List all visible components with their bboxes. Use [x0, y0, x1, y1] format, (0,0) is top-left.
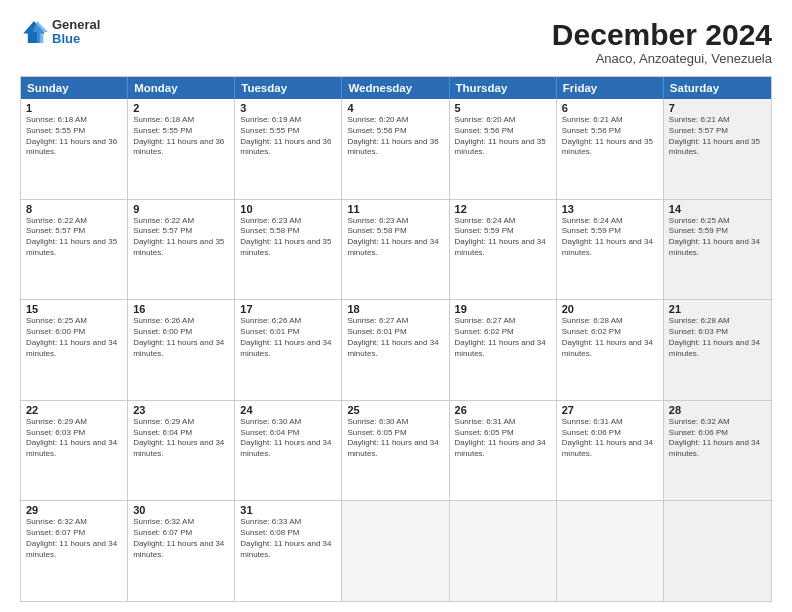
day-27: 27 Sunrise: 6:31 AM Sunset: 6:06 PM Dayl…	[557, 401, 664, 501]
page-title: December 2024	[552, 18, 772, 51]
week-row-1: 1 Sunrise: 6:18 AM Sunset: 5:55 PM Dayli…	[21, 99, 771, 200]
day-9: 9 Sunrise: 6:22 AM Sunset: 5:57 PM Dayli…	[128, 200, 235, 300]
logo-icon	[20, 18, 48, 46]
calendar: Sunday Monday Tuesday Wednesday Thursday…	[20, 76, 772, 602]
day-23: 23 Sunrise: 6:29 AM Sunset: 6:04 PM Dayl…	[128, 401, 235, 501]
empty-4	[664, 501, 771, 601]
day-28: 28 Sunrise: 6:32 AM Sunset: 6:06 PM Dayl…	[664, 401, 771, 501]
page-subtitle: Anaco, Anzoategui, Venezuela	[552, 51, 772, 66]
day-25: 25 Sunrise: 6:30 AM Sunset: 6:05 PM Dayl…	[342, 401, 449, 501]
week-row-5: 29 Sunrise: 6:32 AM Sunset: 6:07 PM Dayl…	[21, 501, 771, 601]
day-11: 11 Sunrise: 6:23 AM Sunset: 5:58 PM Dayl…	[342, 200, 449, 300]
day-17: 17 Sunrise: 6:26 AM Sunset: 6:01 PM Dayl…	[235, 300, 342, 400]
header: General Blue December 2024 Anaco, Anzoat…	[20, 18, 772, 66]
empty-3	[557, 501, 664, 601]
logo: General Blue	[20, 18, 100, 47]
logo-text: General Blue	[52, 18, 100, 47]
header-saturday: Saturday	[664, 77, 771, 99]
calendar-header: Sunday Monday Tuesday Wednesday Thursday…	[21, 77, 771, 99]
header-wednesday: Wednesday	[342, 77, 449, 99]
day-14: 14 Sunrise: 6:25 AM Sunset: 5:59 PM Dayl…	[664, 200, 771, 300]
day-5: 5 Sunrise: 6:20 AM Sunset: 5:56 PM Dayli…	[450, 99, 557, 199]
header-monday: Monday	[128, 77, 235, 99]
cell-text-1: Sunrise: 6:18 AM Sunset: 5:55 PM Dayligh…	[26, 115, 122, 158]
empty-1	[342, 501, 449, 601]
day-22: 22 Sunrise: 6:29 AM Sunset: 6:03 PM Dayl…	[21, 401, 128, 501]
day-15: 15 Sunrise: 6:25 AM Sunset: 6:00 PM Dayl…	[21, 300, 128, 400]
day-30: 30 Sunrise: 6:32 AM Sunset: 6:07 PM Dayl…	[128, 501, 235, 601]
logo-general: General	[52, 18, 100, 32]
header-sunday: Sunday	[21, 77, 128, 99]
day-20: 20 Sunrise: 6:28 AM Sunset: 6:02 PM Dayl…	[557, 300, 664, 400]
day-21: 21 Sunrise: 6:28 AM Sunset: 6:03 PM Dayl…	[664, 300, 771, 400]
week-row-2: 8 Sunrise: 6:22 AM Sunset: 5:57 PM Dayli…	[21, 200, 771, 301]
header-thursday: Thursday	[450, 77, 557, 99]
header-tuesday: Tuesday	[235, 77, 342, 99]
week-row-3: 15 Sunrise: 6:25 AM Sunset: 6:00 PM Dayl…	[21, 300, 771, 401]
day-26: 26 Sunrise: 6:31 AM Sunset: 6:05 PM Dayl…	[450, 401, 557, 501]
day-16: 16 Sunrise: 6:26 AM Sunset: 6:00 PM Dayl…	[128, 300, 235, 400]
header-friday: Friday	[557, 77, 664, 99]
day-29: 29 Sunrise: 6:32 AM Sunset: 6:07 PM Dayl…	[21, 501, 128, 601]
day-19: 19 Sunrise: 6:27 AM Sunset: 6:02 PM Dayl…	[450, 300, 557, 400]
title-block: December 2024 Anaco, Anzoategui, Venezue…	[552, 18, 772, 66]
calendar-body: 1 Sunrise: 6:18 AM Sunset: 5:55 PM Dayli…	[21, 99, 771, 601]
day-18: 18 Sunrise: 6:27 AM Sunset: 6:01 PM Dayl…	[342, 300, 449, 400]
day-2: 2 Sunrise: 6:18 AM Sunset: 5:55 PM Dayli…	[128, 99, 235, 199]
day-10: 10 Sunrise: 6:23 AM Sunset: 5:58 PM Dayl…	[235, 200, 342, 300]
day-13: 13 Sunrise: 6:24 AM Sunset: 5:59 PM Dayl…	[557, 200, 664, 300]
week-row-4: 22 Sunrise: 6:29 AM Sunset: 6:03 PM Dayl…	[21, 401, 771, 502]
day-12: 12 Sunrise: 6:24 AM Sunset: 5:59 PM Dayl…	[450, 200, 557, 300]
page: General Blue December 2024 Anaco, Anzoat…	[0, 0, 792, 612]
day-24: 24 Sunrise: 6:30 AM Sunset: 6:04 PM Dayl…	[235, 401, 342, 501]
day-3: 3 Sunrise: 6:19 AM Sunset: 5:55 PM Dayli…	[235, 99, 342, 199]
day-6: 6 Sunrise: 6:21 AM Sunset: 5:56 PM Dayli…	[557, 99, 664, 199]
day-1: 1 Sunrise: 6:18 AM Sunset: 5:55 PM Dayli…	[21, 99, 128, 199]
logo-blue: Blue	[52, 32, 100, 46]
day-num-1: 1	[26, 102, 122, 114]
day-8: 8 Sunrise: 6:22 AM Sunset: 5:57 PM Dayli…	[21, 200, 128, 300]
day-4: 4 Sunrise: 6:20 AM Sunset: 5:56 PM Dayli…	[342, 99, 449, 199]
empty-2	[450, 501, 557, 601]
day-7: 7 Sunrise: 6:21 AM Sunset: 5:57 PM Dayli…	[664, 99, 771, 199]
day-31: 31 Sunrise: 6:33 AM Sunset: 6:08 PM Dayl…	[235, 501, 342, 601]
